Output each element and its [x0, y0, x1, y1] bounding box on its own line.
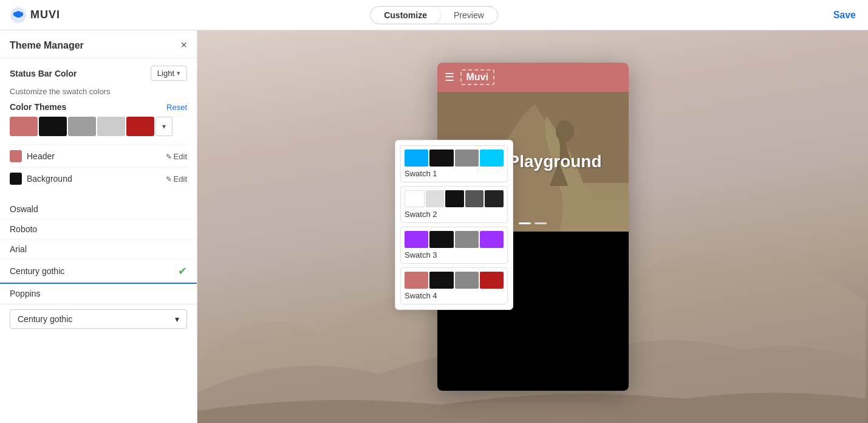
font-dropdown-row: Century gothic ▾ [0, 304, 197, 334]
swatch-4-color-3 [455, 272, 479, 289]
status-bar-value: Light [157, 69, 174, 78]
swatch-chip-1[interactable] [10, 117, 38, 136]
color-swatch-row: ▾ [10, 117, 187, 136]
swatch-3-color-4 [480, 231, 504, 248]
swatch-1-color-3 [455, 150, 479, 167]
color-themes-title: Color Themes [10, 102, 66, 112]
background-label: Background [27, 174, 72, 184]
swatch-1-colors [405, 150, 504, 167]
customize-tab[interactable]: Customize [371, 7, 440, 24]
hero-dot-2 [535, 222, 547, 224]
swatch-2-color-1 [405, 190, 425, 207]
color-themes-header: Color Themes Reset [10, 102, 187, 112]
swatch-3-color-1 [405, 231, 428, 248]
swatch-option-2[interactable]: Swatch 2 [400, 186, 508, 223]
swatch-3-color-2 [429, 231, 453, 248]
font-name-oswald: Oswald [10, 204, 38, 214]
font-name-roboto: Roboto [10, 224, 37, 234]
phone-brand: Muvi [460, 69, 494, 85]
font-name-poppins: Poppins [10, 289, 41, 298]
swatch-4-colors [405, 272, 504, 289]
swatch-4-color-1 [405, 272, 428, 289]
font-dropdown-button[interactable]: Century gothic ▾ [10, 309, 187, 329]
phone-header: ☰ Muvi [437, 63, 629, 92]
logo-area: MUVI [10, 7, 60, 24]
swatch-2-color-5 [485, 190, 504, 207]
logo-icon [10, 7, 27, 24]
close-icon[interactable]: × [180, 39, 187, 52]
swatch-3-name: Swatch 3 [405, 250, 504, 260]
check-icon: ✔ [178, 264, 187, 278]
chevron-down-icon: ▾ [177, 69, 180, 77]
swatch-chip-5[interactable] [126, 117, 154, 136]
status-bar-label: Status Bar Color [10, 69, 77, 78]
edit-icon-2: ✎ [166, 175, 172, 184]
swatch-option-3[interactable]: Swatch 3 [400, 227, 508, 264]
swatch-dropdown: Swatch 1 Swatch 2 Swatch 3 [395, 140, 513, 310]
font-name-arial: Arial [10, 244, 27, 254]
customize-swatch-label: Customize the swatch colors [10, 87, 187, 96]
swatch-more-btn[interactable]: ▾ [155, 117, 173, 136]
header-color-dot [10, 150, 22, 162]
swatch-1-color-4 [480, 150, 504, 167]
swatch-1-color-2 [429, 150, 453, 167]
swatch-2-colors [405, 190, 504, 207]
background-color-row: Background ✎Edit [10, 167, 187, 190]
font-item-roboto[interactable]: Roboto [0, 219, 197, 239]
font-list: Oswald Roboto Arial Century gothic ✔ Pop… [0, 199, 197, 304]
hero-dot-1 [519, 222, 531, 224]
svg-point-2 [556, 120, 574, 142]
sidebar-header: Theme Manager × [0, 30, 197, 58]
swatch-3-colors [405, 231, 504, 248]
font-dropdown-value: Century gothic [18, 314, 72, 324]
swatch-4-color-2 [429, 272, 453, 289]
phone-hero-dots [519, 222, 547, 224]
center-tabs: Customize Preview [370, 6, 498, 24]
font-item-century-gothic[interactable]: Century gothic ✔ [0, 260, 197, 284]
swatch-chip-3[interactable] [68, 117, 96, 136]
logo-text: MUVI [30, 9, 60, 21]
font-item-arial[interactable]: Arial [0, 239, 197, 260]
swatch-option-4[interactable]: Swatch 4 [400, 267, 508, 304]
swatch-4-name: Swatch 4 [405, 291, 504, 300]
sidebar-title: Theme Manager [10, 40, 84, 51]
swatch-2-name: Swatch 2 [405, 210, 504, 219]
swatch-chip-2[interactable] [39, 117, 67, 136]
font-dropdown-arrow: ▾ [175, 314, 179, 324]
swatch-1-name: Swatch 1 [405, 169, 504, 178]
header-edit-link[interactable]: ✎Edit [166, 152, 187, 161]
edit-icon: ✎ [166, 153, 172, 161]
font-item-poppins[interactable]: Poppins [0, 284, 197, 304]
swatch-chip-4[interactable] [97, 117, 125, 136]
background-color-dot [10, 173, 22, 185]
swatch-1-color-1 [405, 150, 428, 167]
preview-tab[interactable]: Preview [440, 7, 497, 24]
reset-link[interactable]: Reset [166, 103, 187, 112]
status-bar-section: Status Bar Color Light ▾ Customize the s… [0, 58, 197, 197]
swatch-4-color-4 [480, 272, 504, 289]
font-item-oswald[interactable]: Oswald [0, 199, 197, 219]
main-area: ☰ Muvi Final Playground [197, 30, 868, 423]
header-color-row: Header ✎Edit [10, 145, 187, 167]
font-name-century-gothic: Century gothic [10, 266, 64, 276]
swatch-3-color-3 [455, 231, 479, 248]
topbar: MUVI Customize Preview Save [0, 0, 868, 30]
swatch-2-color-2 [426, 190, 445, 207]
swatch-option-1[interactable]: Swatch 1 [400, 145, 508, 182]
swatch-2-color-4 [465, 190, 484, 207]
background-edit-link[interactable]: ✎Edit [166, 174, 187, 184]
status-bar-row: Status Bar Color Light ▾ [10, 66, 187, 81]
header-label: Header [27, 151, 55, 161]
phone-menu-icon: ☰ [445, 70, 454, 84]
swatch-2-color-3 [445, 190, 464, 207]
status-bar-dropdown[interactable]: Light ▾ [151, 66, 187, 81]
save-button[interactable]: Save [833, 10, 856, 21]
sidebar: Theme Manager × Status Bar Color Light ▾… [0, 30, 197, 423]
